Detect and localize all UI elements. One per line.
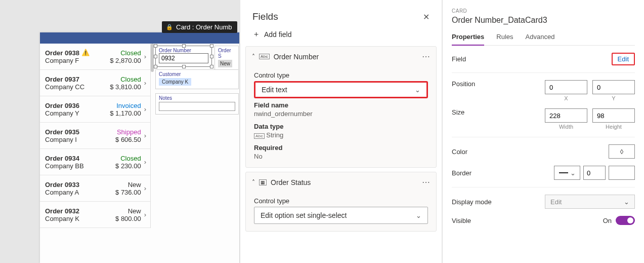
- border-label: Border: [452, 169, 471, 177]
- control-type-value: Edit text: [262, 86, 287, 94]
- width-input[interactable]: [545, 108, 587, 123]
- order-list-item[interactable]: Order 0935Company IShipped$ 606.50›: [40, 123, 150, 149]
- order-title: Order 0932: [45, 207, 105, 215]
- field-name-value: nwind_ordernumber: [254, 110, 428, 118]
- lock-icon: 🔒: [166, 24, 173, 30]
- order-amount: $ 3,810.00: [105, 83, 141, 91]
- visible-state: On: [603, 217, 612, 224]
- plus-icon: ＋: [252, 29, 260, 39]
- visible-toggle[interactable]: [616, 216, 635, 225]
- order-company: Company F: [45, 57, 105, 64]
- display-mode-select[interactable]: Edit ⌄: [545, 195, 635, 209]
- tab-properties[interactable]: Properties: [452, 33, 484, 46]
- height-input[interactable]: [592, 108, 635, 123]
- border-color-picker[interactable]: [609, 166, 635, 180]
- customer-label: Customer: [159, 71, 235, 77]
- display-mode-label: Display mode: [452, 198, 492, 206]
- control-type-select[interactable]: Edit text ⌄: [254, 81, 428, 98]
- chevron-down-icon: ⌄: [415, 86, 420, 94]
- order-list-item[interactable]: Order 0933Company ANew$ 736.00›: [40, 175, 150, 202]
- order-title: Order 0937: [45, 76, 105, 83]
- chevron-down-icon: ⌄: [416, 212, 421, 219]
- line-icon: [559, 172, 568, 173]
- field-prop-label: Field: [452, 55, 466, 63]
- more-icon[interactable]: ⋯: [422, 52, 430, 61]
- color-picker[interactable]: ◊: [609, 144, 635, 159]
- order-company: Company Y: [45, 109, 105, 117]
- order-title: Order 0933: [45, 181, 105, 189]
- order-amount: $ 736.00: [105, 189, 141, 196]
- order-number-input[interactable]: [159, 53, 208, 63]
- canvas-title-bar: [40, 32, 239, 44]
- data-type-label: Data type: [254, 123, 428, 130]
- order-list-item[interactable]: Order 0932Company KNew$ 800.00›: [40, 202, 150, 228]
- properties-tabs: Properties Rules Advanced: [452, 33, 635, 46]
- order-title: Order 0935: [45, 128, 105, 136]
- y-sublabel: Y: [592, 95, 635, 101]
- order-list-item[interactable]: Order 0936Company YInvoiced$ 1,170.00›: [40, 96, 150, 123]
- add-field-button[interactable]: ＋ Add field: [240, 29, 442, 46]
- position-y-input[interactable]: [592, 80, 635, 94]
- properties-panel: CARD Order Number_DataCard3 Properties R…: [442, 0, 644, 263]
- order-title: Order 0934: [45, 155, 105, 162]
- customer-card[interactable]: Customer Company K: [155, 69, 239, 89]
- order-status: Closed: [105, 49, 141, 57]
- order-number-card[interactable]: Order Number: [155, 46, 212, 67]
- card-eyebrow: CARD: [452, 8, 635, 14]
- border-width-input[interactable]: [583, 166, 606, 180]
- border-style-select[interactable]: ⌄: [554, 166, 580, 180]
- resize-handle[interactable]: [182, 44, 186, 48]
- position-label: Position: [452, 80, 475, 88]
- edit-field-link[interactable]: Edit: [612, 53, 635, 65]
- chevron-up-icon[interactable]: ˄: [252, 179, 255, 186]
- field-name-label: Field name: [254, 101, 428, 109]
- order-company: Company I: [45, 136, 105, 143]
- close-icon[interactable]: ✕: [423, 12, 430, 22]
- card-name: Order Number_DataCard3: [452, 16, 635, 25]
- control-type-label: Control type: [254, 197, 428, 205]
- position-x-input[interactable]: [545, 80, 587, 94]
- order-list-item[interactable]: Order 0934Company BBClosed$ 230.00›: [40, 149, 150, 175]
- tab-rules[interactable]: Rules: [496, 33, 513, 45]
- tab-advanced[interactable]: Advanced: [526, 33, 555, 45]
- card-tooltip: 🔒 Card : Order Numb: [162, 21, 237, 33]
- chevron-right-icon: ›: [144, 158, 146, 166]
- chevron-right-icon: ›: [144, 79, 146, 87]
- notes-card[interactable]: Notes: [155, 93, 239, 115]
- order-status: Shipped: [105, 128, 141, 136]
- order-status-label: Order S: [218, 48, 235, 59]
- order-status: New: [105, 181, 141, 189]
- width-sublabel: Width: [545, 124, 587, 130]
- tooltip-text: Card : Order Numb: [176, 23, 232, 31]
- notes-input[interactable]: [159, 102, 235, 111]
- resize-handle[interactable]: [154, 55, 157, 58]
- resize-handle[interactable]: [154, 65, 157, 68]
- customer-chip: Company K: [159, 78, 191, 86]
- order-status: New: [105, 207, 141, 215]
- notes-label: Notes: [159, 95, 235, 101]
- field-card-order-number: ˄ Abc Order Number ⋯ Control type Edit t…: [245, 46, 437, 168]
- control-type-label: Control type: [254, 71, 428, 79]
- order-title: Order 0938 ⚠️: [45, 49, 105, 57]
- size-label: Size: [452, 108, 464, 116]
- chevron-right-icon: ›: [144, 184, 146, 192]
- fill-icon: ◊: [620, 148, 623, 156]
- resize-handle[interactable]: [210, 55, 213, 58]
- resize-handle[interactable]: [154, 44, 157, 48]
- order-list: Order 0938 ⚠️Company FClosed$ 2,870.00›O…: [40, 44, 151, 228]
- order-status-card[interactable]: Order S New: [214, 46, 239, 71]
- resize-handle[interactable]: [182, 65, 186, 68]
- color-label: Color: [452, 148, 467, 156]
- chevron-up-icon[interactable]: ˄: [252, 53, 255, 60]
- resize-handle[interactable]: [210, 65, 213, 68]
- x-sublabel: X: [545, 95, 587, 101]
- field-card-title: Order Number: [274, 53, 319, 61]
- control-type-select[interactable]: Edit option set single-select ⌄: [254, 207, 428, 224]
- more-icon[interactable]: ⋯: [422, 177, 430, 187]
- resize-handle[interactable]: [210, 44, 213, 48]
- fields-panel: Fields ✕ ＋ Add field ˄ Abc Order Number …: [240, 0, 442, 263]
- order-list-item[interactable]: Order 0938 ⚠️Company FClosed$ 2,870.00›: [40, 44, 150, 70]
- order-status: Closed: [105, 155, 141, 162]
- canvas: Order 0938 ⚠️Company FClosed$ 2,870.00›O…: [40, 32, 239, 263]
- order-list-item[interactable]: Order 0937Company CCClosed$ 3,810.00›: [40, 70, 150, 96]
